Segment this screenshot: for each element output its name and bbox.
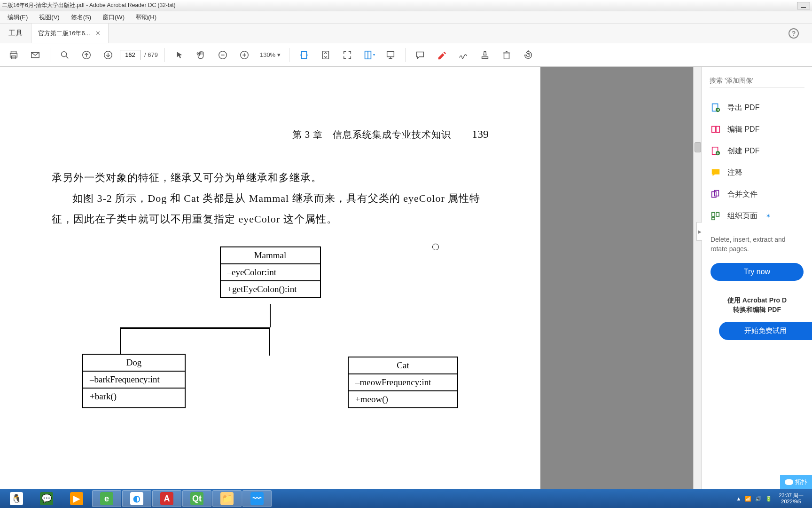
taskbar-app-media[interactable]: ▶ (62, 490, 91, 507)
tray-network-icon[interactable]: 📶 (745, 496, 751, 502)
tool-combine[interactable]: 合并文件 (702, 183, 812, 205)
taskbar-app-acrobat[interactable]: A (152, 490, 181, 507)
tool-organize[interactable]: 组织页面 ✶ (702, 205, 812, 227)
menu-edit[interactable]: 编辑(E) (2, 12, 33, 23)
svg-rect-27 (716, 213, 719, 216)
stamp-icon[interactable] (475, 47, 495, 64)
page-number: 139 (461, 128, 489, 141)
start-trial-button[interactable]: 开始免费试用 (719, 322, 812, 340)
menu-bar: 编辑(E) 视图(V) 签名(S) 窗口(W) 帮助(H) (0, 11, 812, 24)
page-up-icon[interactable] (77, 47, 96, 64)
fit-page-icon[interactable] (316, 47, 336, 64)
tool-edit-pdf[interactable]: 编辑 PDF (702, 119, 812, 140)
select-tool-icon[interactable] (170, 47, 189, 64)
zoom-find-icon[interactable] (55, 47, 75, 64)
tools-side-panel: ▶ 导出 PDF 编辑 PDF 创建 PDF 注释 合并文件 (702, 67, 812, 489)
main-area: 第 3 章 信息系统集成专业技术知识 139 承另外一类对象的特征，继承又可分为… (0, 67, 812, 489)
zoom-level-dropdown[interactable]: 130%▾ (256, 51, 284, 58)
star-badge-icon: ✶ (766, 213, 771, 219)
tool-create-pdf[interactable]: 创建 PDF (702, 140, 812, 162)
hand-tool-icon[interactable] (191, 47, 211, 64)
comment-icon[interactable] (410, 47, 430, 64)
zoom-out-icon[interactable] (213, 47, 233, 64)
uml-diagram: Mammal –eyeColor:int +getEyeColon():int (52, 246, 489, 408)
system-tray[interactable]: ▲ 📶 🔊 🔋 23:37 周一 2022/9/5 (733, 489, 810, 508)
menu-help[interactable]: 帮助(H) (130, 12, 162, 23)
fullscreen-icon[interactable] (337, 47, 357, 64)
svg-line-5 (66, 56, 69, 58)
edit-pdf-icon (710, 124, 721, 135)
taskbar-app-recorder[interactable]: 〰 (242, 490, 272, 507)
windows-taskbar: 🐧 💬 ▶ e ◐ A Qt 📁 〰 ▲ 📶 🔊 🔋 23:37 周一 2022… (0, 489, 812, 508)
minimize-button[interactable] (797, 2, 810, 9)
tray-battery-icon[interactable]: 🔋 (765, 496, 772, 502)
tab-close-icon[interactable]: ✕ (95, 30, 102, 37)
taskbar-app-browser[interactable]: e (92, 490, 121, 507)
cloud-badge[interactable]: 拓扑 (780, 475, 812, 489)
uml-class-cat: Cat –meowFrequency:int +meow() (348, 357, 458, 408)
tab-document-label: 官方第二版16年6... (38, 29, 90, 38)
cursor-ring-icon (432, 244, 439, 250)
tools-search-input[interactable] (710, 73, 804, 87)
tray-chevron-icon[interactable]: ▲ (736, 496, 742, 501)
svg-rect-13 (302, 51, 307, 58)
menu-window[interactable]: 窗口(W) (97, 12, 130, 23)
taskbar-app-qq[interactable]: 🐧 (2, 490, 31, 507)
tray-volume-icon[interactable]: 🔊 (755, 496, 762, 502)
promo-text: 使用 Acrobat Pro D 转换和编辑 PDF (702, 285, 812, 318)
menu-sign[interactable]: 签名(S) (65, 12, 97, 23)
fit-width-icon[interactable] (294, 47, 314, 64)
taskbar-app-explorer[interactable]: 📁 (212, 490, 242, 507)
body-text: 承另外一类对象的特征，继承又可分为单继承和多继承。 如图 3-2 所示，Dog … (52, 167, 489, 230)
create-pdf-icon (710, 146, 721, 156)
taskbar-app-360[interactable]: ◐ (122, 490, 151, 507)
export-pdf-icon (710, 103, 721, 113)
page-number-input[interactable] (120, 50, 141, 60)
collapse-panel-icon[interactable]: ▶ (696, 222, 702, 241)
page-down-icon[interactable] (98, 47, 118, 64)
svg-rect-17 (504, 53, 509, 59)
chevron-down-icon: ▾ (373, 53, 375, 57)
highlight-icon[interactable] (432, 47, 452, 64)
taskbar-clock[interactable]: 23:37 周一 2022/9/5 (776, 492, 806, 505)
svg-rect-20 (712, 127, 715, 133)
document-viewport[interactable]: 第 3 章 信息系统集成专业技术知识 139 承另外一类对象的特征，继承又可分为… (0, 67, 702, 489)
svg-rect-25 (714, 190, 718, 196)
rotate-icon[interactable] (518, 47, 538, 64)
chevron-down-icon: ▾ (277, 51, 281, 58)
svg-rect-16 (387, 51, 394, 56)
tab-document[interactable]: 官方第二版16年6... ✕ (31, 24, 109, 43)
sign-icon[interactable] (453, 47, 473, 64)
combine-files-icon (710, 189, 721, 199)
svg-point-4 (62, 51, 67, 56)
window-title: 二版16年6月-清华大学出版社.pdf - Adobe Acrobat Read… (2, 1, 175, 9)
uml-class-dog: Dog –barkFrequency:int +bark() (82, 354, 186, 408)
comment-tool-icon (710, 167, 721, 178)
page-total-label: / 679 (142, 51, 160, 58)
tool-comment[interactable]: 注释 (702, 162, 812, 183)
help-icon[interactable]: ? (789, 28, 799, 39)
tab-bar: 工具 官方第二版16年6... ✕ ? (0, 24, 812, 43)
organize-pages-icon (710, 211, 721, 221)
read-aloud-icon[interactable] (381, 47, 400, 64)
try-now-button[interactable]: Try now (710, 263, 804, 281)
page-display-icon[interactable]: ▾ (359, 47, 379, 64)
svg-rect-21 (716, 127, 719, 133)
tab-tools[interactable]: 工具 (0, 24, 31, 43)
toolbar: / 679 130%▾ ▾ (0, 43, 812, 67)
tool-export-pdf[interactable]: 导出 PDF (702, 97, 812, 119)
menu-view[interactable]: 视图(V) (33, 12, 65, 23)
print-icon[interactable] (4, 47, 23, 64)
vertical-scrollbar[interactable] (693, 67, 702, 489)
taskbar-app-qt[interactable]: Qt (182, 490, 211, 507)
svg-rect-26 (712, 213, 715, 216)
zoom-in-icon[interactable] (234, 47, 254, 64)
svg-rect-24 (712, 192, 716, 198)
scrollbar-thumb[interactable] (695, 142, 701, 152)
email-icon[interactable] (25, 47, 45, 64)
tool-description: Delete, insert, extract and rotate pages… (702, 230, 812, 259)
taskbar-app-wechat[interactable]: 💬 (32, 490, 61, 507)
delete-icon[interactable] (497, 47, 516, 64)
uml-class-mammal: Mammal –eyeColor:int +getEyeColon():int (220, 246, 321, 298)
chapter-header: 第 3 章 信息系统集成专业技术知识 139 (52, 128, 489, 141)
